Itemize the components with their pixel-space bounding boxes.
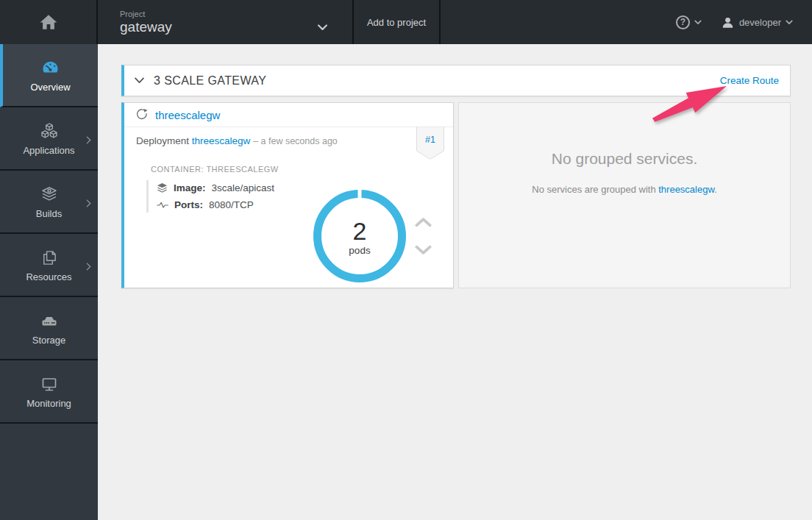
container-details: Image: 3scale/apicast Ports: 8080/TCP [146, 180, 274, 213]
image-row: Image: 3scale/apicast [157, 182, 274, 193]
masthead-utilities: ? developer [676, 0, 812, 44]
sidebar-item-label: Builds [36, 208, 62, 219]
chevron-down-icon [415, 245, 432, 255]
project-selector[interactable]: Project gateway [98, 0, 354, 44]
revision-badge: #1 [416, 127, 444, 160]
deployment-kind-label: Deployment [136, 135, 189, 146]
chevron-right-icon [86, 260, 91, 274]
no-grouped-services-title: No grouped services. [552, 150, 697, 168]
sidebar-item-resources[interactable]: Resources [0, 234, 98, 297]
deployment-card: threescalegw Deployment threescalegw – a… [121, 102, 454, 288]
no-grouped-services-message: No services are grouped with threescaleg… [532, 184, 717, 195]
ports-value: 8080/TCP [209, 199, 254, 210]
sidebar-item-builds[interactable]: Builds [0, 171, 98, 234]
sidebar-item-label: Storage [32, 335, 66, 346]
message-prefix: No services are grouped with [532, 184, 658, 195]
pod-count: 2 [353, 218, 367, 243]
storage-icon [40, 310, 59, 330]
image-label: Image: [174, 182, 206, 193]
ports-label: Ports: [174, 199, 203, 210]
deployment-config-icon [135, 108, 149, 121]
service-group-header: 3 SCALE GATEWAY Create Route [121, 65, 791, 96]
builds-icon [40, 184, 58, 203]
home-button[interactable] [0, 0, 98, 44]
chevron-up-icon [415, 217, 432, 227]
deployment-name-link[interactable]: threescalegw [192, 135, 251, 146]
sidebar-item-overview[interactable]: Overview [0, 44, 98, 107]
deployment-card-body: Deployment threescalegw – a few seconds … [124, 127, 453, 288]
pod-unit-label: pods [349, 245, 370, 256]
image-value: 3scale/apicast [212, 182, 275, 193]
scale-down-button[interactable] [415, 245, 432, 258]
username: developer [739, 17, 781, 28]
service-name-link[interactable]: threescalegw [658, 184, 714, 195]
deployment-age: – a few seconds ago [253, 136, 338, 146]
masthead-spacer [441, 0, 676, 44]
sidebar-item-label: Applications [23, 145, 74, 156]
ports-row: Ports: 8080/TCP [157, 199, 274, 210]
chevron-down-icon [694, 20, 702, 25]
help-icon: ? [676, 15, 690, 29]
dashboard-icon [41, 57, 60, 76]
svg-text:#1: #1 [425, 135, 435, 145]
add-to-project-button[interactable]: Add to project [354, 0, 441, 44]
chevron-down-icon [318, 21, 327, 34]
masthead: Project gateway Add to project ? develop… [0, 0, 812, 44]
chevron-right-icon [86, 134, 91, 147]
sidebar-item-label: Resources [26, 271, 71, 282]
overview-cards-row: threescalegw Deployment threescalegw – a… [121, 102, 791, 288]
chevron-right-icon [86, 197, 91, 210]
sidebar-nav: Overview Applications Builds [0, 44, 98, 520]
container-label: CONTAINER: THREESCALEGW [151, 165, 279, 174]
project-name: gateway [120, 19, 172, 35]
home-icon [39, 13, 58, 32]
monitoring-icon [40, 374, 58, 393]
sidebar-item-monitoring[interactable]: Monitoring [0, 360, 98, 424]
grouped-services-panel: No grouped services. No services are gro… [458, 102, 791, 288]
resources-icon [40, 247, 57, 266]
chevron-down-icon [786, 20, 793, 25]
collapse-chevron-icon[interactable] [135, 77, 144, 84]
sidebar-item-storage[interactable]: Storage [0, 297, 98, 360]
sidebar-item-label: Overview [30, 82, 70, 93]
deployment-summary-line: Deployment threescalegw – a few seconds … [136, 135, 338, 146]
message-suffix: . [714, 184, 717, 195]
user-icon [721, 15, 735, 29]
donut-notch [358, 188, 362, 199]
sidebar-item-label: Monitoring [26, 398, 71, 409]
help-menu[interactable]: ? [676, 15, 702, 29]
pulse-icon [157, 202, 168, 209]
create-route-link[interactable]: Create Route [720, 75, 779, 86]
project-label: Project [120, 10, 327, 18]
cubes-icon [40, 121, 59, 140]
layers-icon [157, 182, 168, 193]
user-menu[interactable]: developer [721, 15, 793, 29]
deployment-card-title-row: threescalegw [124, 103, 453, 127]
group-title: 3 SCALE GATEWAY [154, 74, 266, 88]
overview-page: 3 SCALE GATEWAY Create Route threescaleg… [98, 44, 812, 520]
scale-up-button[interactable] [415, 217, 432, 230]
deployment-title-link[interactable]: threescalegw [155, 109, 220, 121]
pod-count-donut[interactable]: 2 pods [313, 190, 406, 282]
sidebar-item-applications[interactable]: Applications [0, 107, 98, 171]
